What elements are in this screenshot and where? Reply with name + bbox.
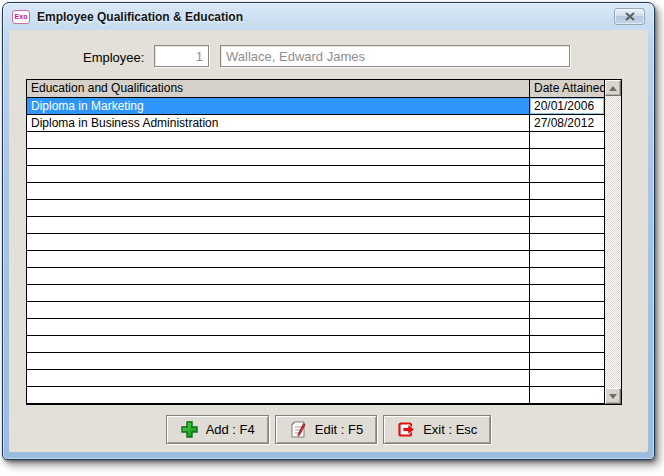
qualification-cell[interactable]	[27, 319, 529, 335]
employee-number-field[interactable]	[154, 45, 209, 67]
table-row[interactable]: Diploma in Business Administration27/08/…	[27, 115, 604, 132]
qualification-cell[interactable]	[27, 370, 529, 386]
dialog-client-area: Employee: Education and Qualifications D…	[9, 30, 648, 452]
table-row[interactable]	[27, 268, 604, 285]
exit-arrow-icon	[397, 420, 416, 439]
date-attained-cell[interactable]	[529, 251, 604, 267]
table-body: Diploma in Marketing20/01/2006Diploma in…	[27, 98, 604, 404]
qualification-cell[interactable]	[27, 200, 529, 216]
table-row[interactable]	[27, 387, 604, 404]
date-attained-cell[interactable]	[529, 387, 604, 403]
date-attained-cell[interactable]	[529, 302, 604, 318]
title-bar[interactable]: Exo Employee Qualification & Education	[3, 3, 654, 30]
qualification-cell[interactable]	[27, 149, 529, 165]
table-row[interactable]	[27, 234, 604, 251]
window-title: Employee Qualification & Education	[37, 10, 243, 24]
date-attained-cell[interactable]	[529, 183, 604, 199]
add-button-label: Add : F4	[206, 422, 255, 437]
column-header-date-attained[interactable]: Date Attained	[529, 80, 604, 97]
qualification-cell[interactable]	[27, 302, 529, 318]
qualification-cell[interactable]	[27, 132, 529, 148]
table-row[interactable]	[27, 200, 604, 217]
date-attained-cell[interactable]	[529, 217, 604, 233]
date-attained-cell[interactable]: 20/01/2006	[529, 98, 604, 114]
edit-button-label: Edit : F5	[315, 422, 363, 437]
date-attained-cell[interactable]	[529, 319, 604, 335]
table-row[interactable]	[27, 149, 604, 166]
table-row[interactable]	[27, 353, 604, 370]
date-attained-cell[interactable]: 27/08/2012	[529, 115, 604, 131]
qualification-cell[interactable]	[27, 251, 529, 267]
table-row[interactable]	[27, 166, 604, 183]
table-row[interactable]	[27, 302, 604, 319]
grid-main: Education and Qualifications Date Attain…	[27, 80, 604, 404]
qualification-cell[interactable]	[27, 336, 529, 352]
exit-button-label: Exit : Esc	[423, 422, 477, 437]
dialog-window: Exo Employee Qualification & Education E…	[2, 2, 655, 460]
table-row[interactable]	[27, 285, 604, 302]
qualification-cell[interactable]	[27, 387, 529, 403]
date-attained-cell[interactable]	[529, 166, 604, 182]
table-row[interactable]	[27, 251, 604, 268]
scroll-up-button[interactable]	[605, 80, 621, 96]
add-button[interactable]: Add : F4	[166, 415, 269, 444]
column-header-qualifications[interactable]: Education and Qualifications	[27, 80, 529, 97]
qualification-cell[interactable]	[27, 285, 529, 301]
qualification-cell[interactable]	[27, 234, 529, 250]
table-row[interactable]	[27, 217, 604, 234]
date-attained-cell[interactable]	[529, 268, 604, 284]
date-attained-cell[interactable]	[529, 285, 604, 301]
close-button[interactable]	[614, 8, 645, 25]
date-attained-cell[interactable]	[529, 200, 604, 216]
add-plus-icon	[180, 420, 199, 439]
qualification-cell[interactable]	[27, 183, 529, 199]
table-row[interactable]	[27, 183, 604, 200]
edit-button[interactable]: Edit : F5	[275, 415, 377, 444]
app-icon: Exo	[12, 10, 30, 24]
date-attained-cell[interactable]	[529, 234, 604, 250]
date-attained-cell[interactable]	[529, 132, 604, 148]
qualification-cell[interactable]	[27, 217, 529, 233]
scroll-up-icon	[609, 86, 617, 91]
employee-label: Employee:	[83, 50, 144, 65]
table-row[interactable]	[27, 370, 604, 387]
date-attained-cell[interactable]	[529, 336, 604, 352]
table-row[interactable]	[27, 336, 604, 353]
employee-name-field[interactable]	[220, 45, 570, 67]
qualification-cell[interactable]: Diploma in Business Administration	[27, 115, 529, 131]
scroll-down-icon	[609, 394, 617, 399]
close-icon	[625, 12, 635, 21]
edit-page-pencil-icon	[289, 420, 308, 439]
date-attained-cell[interactable]	[529, 149, 604, 165]
vertical-scrollbar[interactable]	[604, 80, 621, 404]
qualification-cell[interactable]	[27, 268, 529, 284]
grid-header: Education and Qualifications Date Attain…	[27, 80, 604, 98]
table-row[interactable]: Diploma in Marketing20/01/2006	[27, 98, 604, 115]
exit-button[interactable]: Exit : Esc	[383, 415, 491, 444]
button-bar: Add : F4 Edit : F5	[9, 415, 648, 444]
date-attained-cell[interactable]	[529, 370, 604, 386]
scroll-down-button[interactable]	[605, 388, 621, 404]
qualifications-grid: Education and Qualifications Date Attain…	[26, 79, 622, 405]
qualification-cell[interactable]	[27, 166, 529, 182]
date-attained-cell[interactable]	[529, 353, 604, 369]
table-row[interactable]	[27, 132, 604, 149]
qualification-cell[interactable]: Diploma in Marketing	[27, 98, 529, 114]
qualification-cell[interactable]	[27, 353, 529, 369]
table-row[interactable]	[27, 319, 604, 336]
